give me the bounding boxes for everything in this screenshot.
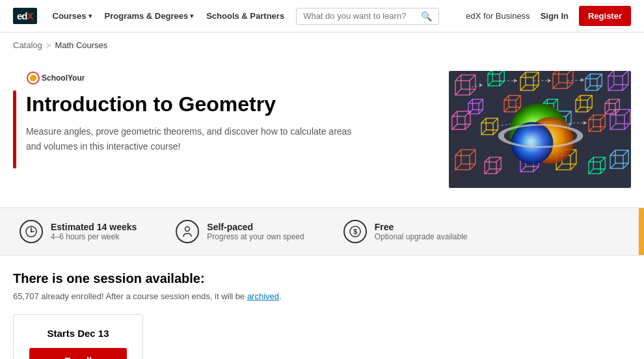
svg-text:$: $ (353, 228, 357, 235)
enrolled-suffix: . (279, 291, 282, 301)
svg-text:SchoolYourself: SchoolYourself (42, 73, 85, 83)
hero-content: SchoolYourself Introduction to Geometry … (13, 71, 429, 153)
svg-point-1 (30, 75, 36, 81)
clock-icon (20, 220, 43, 243)
archived-link[interactable]: archived (247, 291, 279, 301)
nav-right: edX for Business Sign In Register (466, 6, 631, 26)
course-description: Measure angles, prove geometric theorems… (26, 124, 364, 153)
edx-business-link[interactable]: edX for Business (466, 11, 530, 21)
hero-section: SchoolYourself Introduction to Geometry … (0, 58, 644, 207)
course-title: Introduction to Geometry (26, 92, 429, 116)
course-image (449, 71, 631, 188)
session-section: There is one session available: 65,707 a… (0, 256, 644, 359)
enrolled-text: 65,707 already enrolled! After a course … (13, 291, 247, 301)
session-info: 65,707 already enrolled! After a course … (13, 291, 631, 301)
logo-x: X (27, 10, 33, 21)
search-input[interactable] (303, 11, 421, 21)
session-date: Starts Dec 13 (29, 328, 127, 339)
session-card: Starts Dec 13 Enroll (13, 314, 143, 359)
stats-bar: Estimated 14 weeks 4–6 hours per week Se… (0, 207, 644, 256)
svg-point-6 (31, 231, 32, 232)
breadcrumb: Catalog > Math Courses (0, 33, 644, 58)
stat-duration: Estimated 14 weeks 4–6 hours per week (20, 220, 137, 243)
stat-pace: Self-paced Progress at your own speed (176, 220, 304, 243)
nav-links: Courses Programs & Degrees Schools & Par… (53, 11, 285, 21)
register-button[interactable]: Register (579, 6, 631, 26)
session-title: There is one session available: (13, 271, 631, 286)
yellow-accent-bar (639, 208, 644, 255)
courses-nav[interactable]: Courses (53, 11, 92, 21)
provider-logo: SchoolYourself (26, 71, 429, 85)
breadcrumb-catalog[interactable]: Catalog (13, 40, 42, 50)
stat-duration-text: Estimated 14 weeks 4–6 hours per week (51, 222, 137, 241)
stat-price-label: Free (375, 222, 468, 232)
person-icon (176, 220, 199, 243)
provider-logo-img: SchoolYourself (26, 71, 85, 85)
stat-price-text: Free Optional upgrade available (375, 222, 468, 241)
stat-pace-sub: Progress at your own speed (207, 232, 304, 241)
edx-logo: edX (13, 8, 37, 24)
enroll-button[interactable]: Enroll (29, 348, 127, 359)
svg-point-7 (185, 227, 190, 232)
stat-duration-label: Estimated 14 weeks (51, 222, 137, 232)
programs-nav[interactable]: Programs & Degrees (105, 11, 194, 21)
stat-price: $ Free Optional upgrade available (343, 220, 468, 243)
stat-duration-sub: 4–6 hours per week (51, 232, 137, 241)
search-icon: 🔍 (421, 11, 432, 21)
sign-in-button[interactable]: Sign In (541, 11, 569, 21)
schools-nav[interactable]: Schools & Partners (206, 11, 284, 21)
search-bar[interactable]: 🔍 (296, 8, 439, 25)
red-accent-bar (13, 90, 16, 168)
stat-price-sub: Optional upgrade available (375, 232, 468, 241)
navbar: edX Courses Programs & Degrees Schools &… (0, 0, 644, 33)
stat-pace-text: Self-paced Progress at your own speed (207, 222, 304, 241)
stat-pace-label: Self-paced (207, 222, 304, 232)
breadcrumb-current: Math Courses (55, 40, 107, 50)
dollar-icon: $ (343, 220, 367, 243)
logo[interactable]: edX (13, 8, 37, 24)
breadcrumb-separator: > (46, 40, 51, 50)
